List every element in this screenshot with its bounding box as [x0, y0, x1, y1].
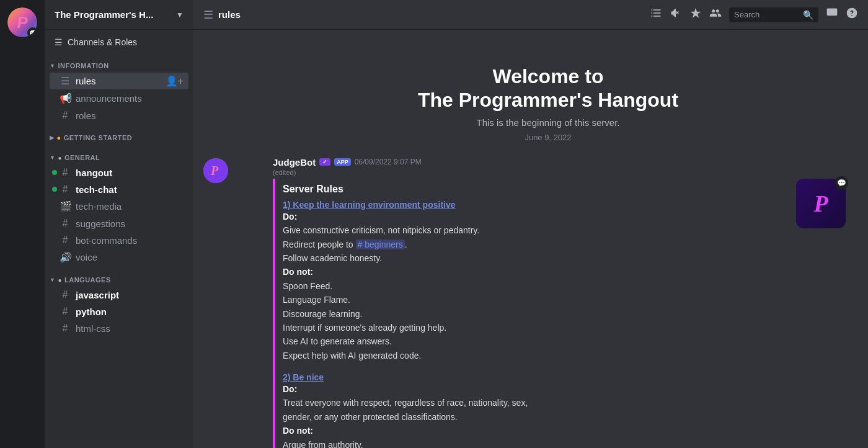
add-member-icon[interactable]	[709, 7, 722, 22]
category-languages[interactable]: ▼ ● LANGUAGES	[45, 266, 193, 286]
rule-1-donot-1: Spoon Feed.	[283, 281, 332, 291]
rule-1-do-2: Redirect people to	[283, 240, 356, 249]
hash-icon: #	[60, 289, 71, 300]
category-dot-icon: ●	[57, 134, 61, 141]
hash-icon: #	[60, 235, 71, 246]
category-dot-icon: ●	[58, 277, 62, 284]
server-header[interactable]: The Programmer's H... ▼	[45, 0, 193, 30]
channels-roles-label: Channels & Roles	[68, 37, 137, 47]
server-icon-bar: P	[0, 0, 45, 448]
channel-name: html-css	[76, 323, 184, 334]
channel-name: javascript	[76, 290, 184, 300]
rule-1-do-1: Give constructive criticism, not nitpick…	[283, 225, 479, 235]
channel-item-bot-commands[interactable]: # bot-commands	[50, 232, 188, 248]
rule-1-header: 1) Keep the learning environment positiv…	[283, 200, 851, 210]
category-chevron-icon: ▼	[50, 63, 55, 69]
hash-icon: #	[60, 306, 71, 317]
welcome-line2: The Programmer's Hangout	[418, 89, 678, 111]
channels-roles-header[interactable]: ☰ Channels & Roles	[45, 30, 193, 52]
channel-name: tech-chat	[76, 184, 184, 195]
pin-icon[interactable]	[689, 7, 702, 22]
channel-item-tech-media[interactable]: 🎬 tech-media	[50, 198, 188, 215]
server-icon[interactable]: P	[7, 7, 37, 37]
channel-item-rules[interactable]: ☰ rules 👤+	[50, 73, 188, 89]
rule-2-header: 2) Be nice	[283, 372, 851, 382]
chat-wrapper: Welcome to The Programmer's Hangout This…	[193, 30, 868, 448]
search-box[interactable]: Search 🔍	[729, 7, 818, 22]
channel-item-html-css[interactable]: # html-css	[50, 320, 188, 336]
channel-item-tech-chat[interactable]: # tech-chat	[50, 181, 188, 197]
welcome-title: Welcome to The Programmer's Hangout	[238, 65, 858, 112]
channel-name: suggestions	[76, 218, 184, 229]
channel-item-roles[interactable]: # roles	[50, 107, 188, 123]
server-logo: P	[7, 7, 37, 37]
server-logo-float: P 💬	[796, 179, 846, 228]
rule-do-label: Do:	[283, 212, 297, 222]
message-timestamp: 06/09/2022 9:07 PM	[355, 158, 422, 166]
bot-badge: ✓	[319, 158, 330, 166]
channel-item-hangout[interactable]: # hangout	[50, 164, 188, 181]
channel-hash-icon: ☰	[203, 8, 213, 22]
hash-icon: #	[60, 218, 71, 229]
rule-1: 1) Keep the learning environment positiv…	[283, 200, 851, 362]
help-icon[interactable]	[846, 7, 858, 22]
speech-bubble-icon: 💬	[835, 176, 848, 190]
channel-sidebar: The Programmer's H... ▼ ☰ Channels & Rol…	[45, 0, 193, 448]
message-header: JudgeBot ✓ APP 06/09/2022 9:07 PM	[273, 157, 858, 168]
category-chevron-icon: ▶	[50, 135, 55, 141]
rule-1-donot-4: Interrupt if someone's already getting h…	[283, 323, 446, 333]
svg-rect-0	[827, 9, 838, 16]
channel-item-javascript[interactable]: # javascript	[50, 287, 188, 303]
welcome-line1: Welcome to	[493, 65, 604, 87]
top-bar: ☰ rules Search 🔍	[193, 0, 868, 30]
rule-do-label-2: Do:	[283, 384, 297, 394]
category-information[interactable]: ▼ INFORMATION	[45, 52, 193, 72]
rule-2-donot-1: Argue from authority.	[283, 440, 363, 448]
channel-item-announcements[interactable]: 📢 announcements	[50, 90, 188, 107]
beginners-channel-mention[interactable]: # beginners	[356, 240, 405, 249]
channel-item-voice[interactable]: 🔊 voice	[50, 249, 188, 266]
rule-2: 2) Be nice Do: Treat everyone with respe…	[283, 372, 851, 448]
rule-1-donot-3: Discourage learning.	[283, 309, 362, 319]
channel-name: hangout	[76, 168, 184, 178]
category-label: GETTING STARTED	[64, 134, 133, 141]
channel-name: tech-media	[76, 201, 184, 212]
channel-item-python[interactable]: # python	[50, 303, 188, 320]
category-dot-icon: ●	[58, 155, 62, 161]
text-channel-icon: ☰	[60, 75, 71, 87]
rule-1-link[interactable]: 1) Keep the learning environment positiv…	[283, 200, 456, 210]
category-general[interactable]: ▼ ● GENERAL	[45, 144, 193, 164]
inbox-icon[interactable]	[826, 7, 838, 22]
rules-embed: Server Rules 1) Keep the learning enviro…	[273, 179, 858, 448]
voice-icon: 🔊	[60, 251, 71, 263]
hash-icon: #	[60, 184, 71, 195]
hash-icon: #	[60, 323, 71, 334]
main-area: ☰ rules Search 🔍	[193, 0, 868, 448]
app-badge: APP	[334, 158, 351, 166]
message-author: JudgeBot	[273, 157, 316, 168]
svg-text:P: P	[210, 164, 219, 177]
rule-1-donot-5: Use AI to generate answers.	[283, 336, 392, 346]
hash-icon: #	[60, 110, 71, 121]
online-dot	[52, 187, 57, 192]
rule-2-do-1: Treat everyone with respect, regardless …	[283, 398, 528, 421]
mute-icon[interactable]	[670, 7, 682, 22]
category-getting-started[interactable]: ▶ ● GETTING STARTED	[45, 124, 193, 144]
add-member-icon[interactable]: 👤+	[166, 75, 184, 87]
category-label: GENERAL	[64, 154, 100, 161]
rules-title: Server Rules	[283, 184, 851, 195]
welcome-subtitle: This is the beginning of this server.	[238, 117, 858, 128]
channel-item-suggestions[interactable]: # suggestions	[50, 215, 188, 231]
welcome-section: Welcome to The Programmer's Hangout This…	[238, 40, 858, 157]
message-group: P JudgeBot ✓ APP 06/09/2022 9:07 PM (edi…	[238, 157, 858, 448]
server-name: The Programmer's H...	[55, 9, 172, 20]
welcome-date: June 9, 2022	[238, 133, 858, 142]
rule-donot-label: Do not:	[283, 267, 313, 277]
rule-2-link[interactable]: 2) Be nice	[283, 372, 324, 382]
chevron-down-icon: ▼	[176, 11, 184, 19]
message-content: JudgeBot ✓ APP 06/09/2022 9:07 PM (edite…	[273, 157, 858, 448]
message-edited: (edited)	[273, 169, 858, 176]
threads-icon[interactable]	[650, 7, 662, 22]
search-icon: 🔍	[803, 10, 813, 20]
category-chevron-icon: ▼	[50, 277, 55, 283]
